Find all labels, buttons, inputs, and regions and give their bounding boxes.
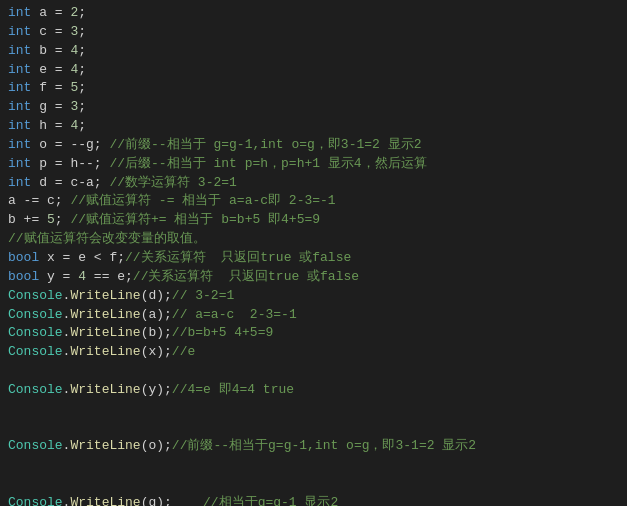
code-line-14: bool x = e < f;//关系运算符 只返回true 或false	[8, 249, 619, 268]
code-line-20: Console.WriteLine(y);//4=e 即4=4 true	[8, 381, 619, 400]
code-line-11: a -= c; //赋值运算符 -= 相当于 a=a-c即 2-3=-1	[8, 192, 619, 211]
code-line-9: int p = h--; //后缀--相当于 int p=h，p=h+1 显示4…	[8, 155, 619, 174]
code-line-16: Console.WriteLine(d);// 3-2=1	[8, 287, 619, 306]
code-line-19: Console.WriteLine(x);//e Console.WriteLi…	[8, 343, 619, 506]
code-line-3: int b = 4;	[8, 42, 619, 61]
code-line-4: int e = 4;	[8, 61, 619, 80]
code-line-12: b += 5; //赋值运算符+= 相当于 b=b+5 即4+5=9	[8, 211, 619, 230]
code-line-8: int o = --g; //前缀--相当于 g=g-1,int o=g，即3-…	[8, 136, 619, 155]
code-line-22: Console.WriteLine(g); //相当于g=g-1 显示2	[8, 494, 619, 506]
code-line-21: Console.WriteLine(o);//前缀--相当于g=g-1,int …	[8, 437, 619, 456]
code-editor: int a = 2; int c = 3; int b = 4; int e =…	[8, 4, 619, 506]
code-line-15: bool y = 4 == e;//关系运算符 只返回true 或false	[8, 268, 619, 287]
code-line-7: int h = 4;	[8, 117, 619, 136]
code-line-18: Console.WriteLine(b);//b=b+5 4+5=9	[8, 324, 619, 343]
code-line-1: int a = 2;	[8, 4, 619, 23]
code-line-6: int g = 3;	[8, 98, 619, 117]
code-line-10: int d = c-a; //数学运算符 3-2=1	[8, 174, 619, 193]
code-line-13: //赋值运算符会改变变量的取值。	[8, 230, 619, 249]
code-line-5: int f = 5;	[8, 79, 619, 98]
code-line-2: int c = 3;	[8, 23, 619, 42]
code-line-17: Console.WriteLine(a);// a=a-c 2-3=-1	[8, 306, 619, 325]
